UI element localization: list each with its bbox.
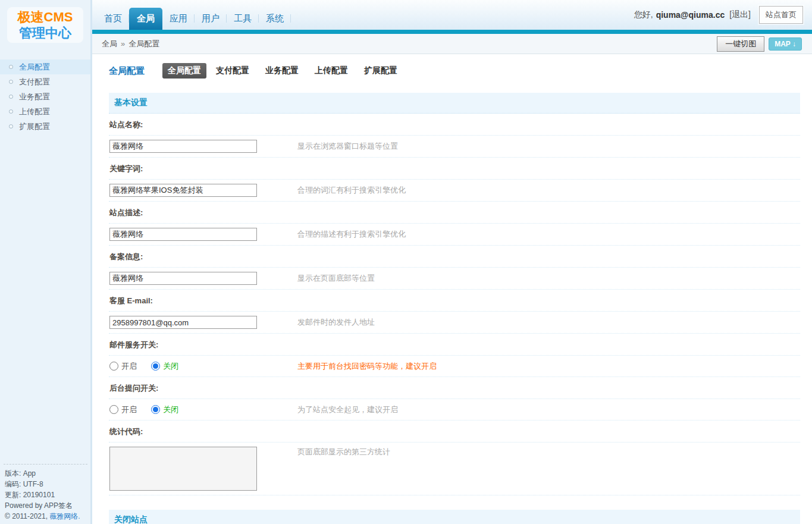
logo-brand-text: 极速CMS bbox=[18, 9, 73, 25]
section-basic-settings: 基本设置 bbox=[109, 93, 800, 114]
copyright-text: © 2011-2021, bbox=[5, 512, 48, 520]
logout-link[interactable]: [退出] bbox=[729, 10, 751, 20]
sidebar-item-label: 全局配置 bbox=[19, 62, 50, 73]
sidebar-item-global-config[interactable]: 全局配置 bbox=[0, 59, 90, 74]
admin-question-off-radio[interactable] bbox=[151, 405, 160, 414]
field-row: 开启 关闭 为了站点安全起见，建议开启 bbox=[109, 399, 800, 421]
field-control bbox=[109, 228, 263, 241]
sidebar: 极速CMS 管理中心 全局配置 支付配置 业务配置 上传配置 扩展配置 bbox=[0, 0, 92, 524]
field-hint: 发邮件时的发件人地址 bbox=[297, 317, 375, 328]
field-row: 显示在浏览器窗口标题等位置 bbox=[109, 136, 800, 158]
nav-item-users[interactable]: 用户 bbox=[195, 9, 227, 30]
content-area: 全局配置 全局配置 支付配置 业务配置 上传配置 扩展配置 基本设置 站点名称:… bbox=[92, 54, 812, 524]
radio-off-label: 关闭 bbox=[163, 361, 178, 372]
vendor-link[interactable]: 薇雅网络. bbox=[49, 512, 80, 520]
bullet-icon bbox=[9, 109, 13, 114]
field-label: 统计代码: bbox=[109, 421, 800, 443]
footer-powered: Powered by APP签名 bbox=[5, 500, 86, 511]
field-label: 备案信息: bbox=[109, 246, 800, 268]
field-row: 显示在页面底部等位置 bbox=[109, 268, 800, 290]
keywords-input[interactable] bbox=[109, 184, 257, 197]
breadcrumb-section: 全局 bbox=[102, 39, 117, 49]
field-control bbox=[109, 316, 263, 329]
bullet-icon bbox=[9, 80, 13, 84]
sidebar-item-payment-config[interactable]: 支付配置 bbox=[0, 74, 90, 89]
field-label: 邮件服务开关: bbox=[109, 334, 800, 356]
field-label: 关键字词: bbox=[109, 158, 800, 180]
bullet-icon bbox=[9, 124, 13, 128]
tab-extension-config[interactable]: 扩展配置 bbox=[364, 65, 397, 76]
sidebar-item-upload-config[interactable]: 上传配置 bbox=[0, 104, 90, 119]
tab-business-config[interactable]: 业务配置 bbox=[265, 65, 299, 76]
one-click-screenshot-button[interactable]: 一键切图 bbox=[717, 36, 764, 52]
sidebar-footer: 版本: App 编码: UTF-8 更新: 20190101 Powered b… bbox=[4, 464, 87, 524]
top-header: 首页 全局 应用 用户 工具 系统 您好, qiuma@qiuma.cc [退出… bbox=[92, 0, 812, 30]
nav-item-home[interactable]: 首页 bbox=[97, 9, 129, 30]
nav-item-apps[interactable]: 应用 bbox=[162, 9, 195, 30]
radio-on-label: 开启 bbox=[121, 404, 137, 415]
accent-bar bbox=[92, 30, 812, 34]
nav-item-system[interactable]: 系统 bbox=[259, 9, 291, 30]
field-label: 后台提问开关: bbox=[109, 377, 800, 399]
page-title[interactable]: 全局配置 bbox=[109, 65, 145, 77]
field-row: 开启 关闭 主要用于前台找回密码等功能，建议开启 bbox=[109, 356, 800, 377]
radio-on-label: 开启 bbox=[121, 361, 137, 372]
page: 极速CMS 管理中心 全局配置 支付配置 业务配置 上传配置 扩展配置 bbox=[0, 0, 812, 524]
section-close-site: 关闭站点 bbox=[109, 510, 800, 524]
sidebar-menu: 全局配置 支付配置 业务配置 上传配置 扩展配置 bbox=[0, 59, 90, 134]
main-column: 首页 全局 应用 用户 工具 系统 您好, qiuma@qiuma.cc [退出… bbox=[92, 0, 812, 524]
field-hint: 显示在浏览器窗口标题等位置 bbox=[297, 141, 398, 152]
sidebar-item-label: 业务配置 bbox=[19, 92, 50, 102]
field-control bbox=[109, 447, 263, 491]
field-control bbox=[109, 184, 263, 197]
breadcrumb-actions: 一键切图 MAP ↓ bbox=[717, 36, 802, 52]
admin-question-on-radio[interactable] bbox=[109, 405, 118, 414]
sidebar-item-business-config[interactable]: 业务配置 bbox=[0, 89, 90, 104]
nav-item-global[interactable]: 全局 bbox=[129, 8, 162, 30]
admin-question-radio-group: 开启 关闭 bbox=[109, 404, 263, 415]
tab-global-config[interactable]: 全局配置 bbox=[162, 63, 206, 79]
map-button[interactable]: MAP ↓ bbox=[769, 37, 802, 51]
app-logo: 极速CMS 管理中心 bbox=[7, 7, 83, 43]
field-hint: 为了站点安全起见，建议开启 bbox=[297, 404, 398, 415]
footer-updated: 更新: 20190101 bbox=[5, 490, 86, 500]
service-email-input[interactable] bbox=[109, 316, 257, 329]
greeting-text: 您好, bbox=[634, 10, 653, 20]
breadcrumb-separator: » bbox=[121, 39, 125, 48]
field-label: 客服 E-mail: bbox=[109, 290, 800, 312]
icp-info-input[interactable] bbox=[109, 272, 257, 285]
field-label: 站点名称: bbox=[109, 114, 800, 136]
field-hint: 页面底部显示的第三方统计 bbox=[297, 447, 390, 457]
field-row: 页面底部显示的第三方统计 bbox=[109, 443, 800, 495]
field-label: 站点描述: bbox=[109, 202, 800, 224]
radio-off-label: 关闭 bbox=[163, 404, 178, 415]
field-control bbox=[109, 140, 263, 153]
content-tabs-row: 全局配置 全局配置 支付配置 业务配置 上传配置 扩展配置 bbox=[109, 54, 800, 79]
breadcrumb-page: 全局配置 bbox=[128, 39, 159, 49]
stats-code-textarea[interactable] bbox=[109, 447, 257, 491]
field-row: 合理的词汇有利于搜索引擎优化 bbox=[109, 180, 800, 202]
sidebar-item-label: 支付配置 bbox=[19, 77, 50, 87]
field-hint: 主要用于前台找回密码等功能，建议开启 bbox=[297, 361, 437, 372]
site-description-input[interactable] bbox=[109, 228, 257, 241]
nav-item-tools[interactable]: 工具 bbox=[227, 9, 259, 30]
user-info: 您好, qiuma@qiuma.cc [退出] 站点首页 bbox=[634, 0, 803, 30]
site-name-input[interactable] bbox=[109, 140, 257, 153]
mail-service-off-radio[interactable] bbox=[151, 362, 160, 371]
tab-payment-config[interactable]: 支付配置 bbox=[216, 65, 249, 76]
sidebar-item-extension-config[interactable]: 扩展配置 bbox=[0, 119, 90, 134]
footer-encoding: 编码: UTF-8 bbox=[5, 479, 86, 490]
mail-service-radio-group: 开启 关闭 bbox=[109, 361, 263, 372]
site-home-button[interactable]: 站点首页 bbox=[759, 6, 803, 24]
mail-service-on-radio[interactable] bbox=[109, 362, 118, 371]
tab-upload-config[interactable]: 上传配置 bbox=[315, 65, 348, 76]
footer-version: 版本: App bbox=[5, 468, 86, 479]
user-email: qiuma@qiuma.cc bbox=[656, 10, 725, 20]
breadcrumb-bar: 全局 » 全局配置 一键切图 MAP ↓ bbox=[92, 34, 812, 54]
sidebar-item-label: 扩展配置 bbox=[19, 121, 50, 132]
sidebar-item-label: 上传配置 bbox=[19, 106, 50, 117]
field-row: 合理的描述有利于搜索引擎优化 bbox=[109, 224, 800, 246]
field-hint: 合理的词汇有利于搜索引擎优化 bbox=[297, 185, 406, 196]
bullet-icon bbox=[9, 95, 13, 99]
bullet-icon bbox=[9, 65, 13, 69]
